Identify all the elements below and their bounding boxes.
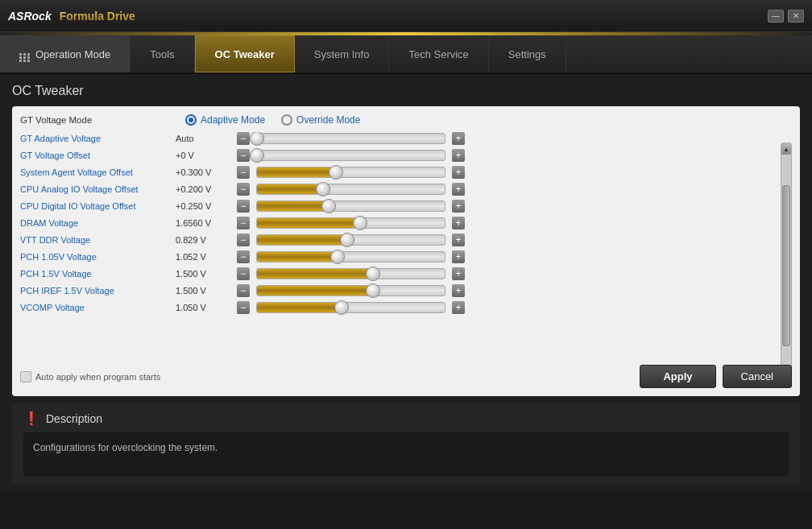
slider-minus-10[interactable]: − <box>237 301 250 314</box>
slider-minus-8[interactable]: − <box>237 267 250 280</box>
slider-label-9: PCH IREF 1.5V Voltage <box>20 286 169 295</box>
nav-operation-mode-label: Operation Mode <box>35 48 110 60</box>
slider-value-2: +0.300 V <box>176 167 230 177</box>
nav-bar: Operation Mode Tools OC Tweaker System I… <box>0 35 812 74</box>
slider-thumb-8[interactable] <box>366 267 380 281</box>
slider-plus-5[interactable]: + <box>452 217 465 229</box>
slider-label-5: DRAM Voltage <box>20 218 169 228</box>
slider-track-5[interactable] <box>256 217 445 229</box>
slider-row: VTT DDR Voltage 0.829 V − + <box>20 234 792 246</box>
adaptive-radio-circle[interactable] <box>185 114 197 126</box>
description-text: Configurations for overclocking the syst… <box>23 432 789 477</box>
slider-track-8[interactable] <box>256 268 445 279</box>
panel-buttons: Apply Cancel <box>640 365 792 388</box>
nav-tools-label: Tools <box>150 48 174 60</box>
sidebar-item-system-info[interactable]: System Info <box>295 35 390 72</box>
title-bar: ASRock Formula Drive — ✕ <box>0 0 812 32</box>
slider-row: GT Voltage Offset +0 V − + <box>20 149 792 162</box>
slider-thumb-4[interactable] <box>321 199 336 213</box>
override-mode-label: Override Mode <box>296 114 360 126</box>
slider-minus-3[interactable]: − <box>237 183 250 196</box>
slider-thumb-1[interactable] <box>250 148 264 163</box>
sidebar-item-oc-tweaker[interactable]: OC Tweaker <box>195 35 295 72</box>
slider-plus-4[interactable]: + <box>452 200 465 213</box>
slider-plus-2[interactable]: + <box>452 166 465 179</box>
slider-minus-4[interactable]: − <box>237 200 250 213</box>
slider-thumb-0[interactable] <box>250 132 264 146</box>
slider-minus-6[interactable]: − <box>237 234 250 246</box>
slider-row: CPU Analog IO Voltage Offset +0.200 V − … <box>20 183 792 196</box>
asrock-logo: ASRock <box>8 10 52 23</box>
slider-plus-8[interactable]: + <box>452 267 465 280</box>
main-content: OC Tweaker GT Voltage Mode Adaptive Mode… <box>0 74 812 494</box>
slider-label-8: PCH 1.5V Voltage <box>20 269 169 279</box>
override-mode-radio[interactable]: Override Mode <box>281 114 360 126</box>
slider-track-0[interactable] <box>256 133 445 144</box>
auto-apply-checkbox[interactable] <box>20 371 31 382</box>
override-radio-circle[interactable] <box>281 114 292 126</box>
slider-plus-3[interactable]: + <box>452 183 465 196</box>
sidebar-item-settings[interactable]: Settings <box>489 35 566 72</box>
slider-thumb-9[interactable] <box>366 283 380 298</box>
close-button[interactable]: ✕ <box>788 10 804 23</box>
cancel-button[interactable]: Cancel <box>723 365 792 388</box>
slider-thumb-5[interactable] <box>353 216 367 230</box>
slider-minus-1[interactable]: − <box>237 149 250 162</box>
slider-minus-2[interactable]: − <box>237 166 250 179</box>
sidebar-item-tools[interactable]: Tools <box>130 35 194 72</box>
slider-row: PCH IREF 1.5V Voltage 1.500 V − + <box>20 284 792 297</box>
slider-track-1[interactable] <box>256 150 445 161</box>
sidebar-item-tech-service[interactable]: Tech Service <box>389 35 488 72</box>
window-controls: — ✕ <box>768 10 804 23</box>
page-title: OC Tweaker <box>12 84 800 98</box>
slider-label-6: VTT DDR Voltage <box>20 235 169 245</box>
slider-value-6: 0.829 V <box>176 235 230 245</box>
minimize-button[interactable]: — <box>768 10 784 23</box>
slider-label-4: CPU Digital IO Voltage Offset <box>20 201 169 211</box>
slider-track-6[interactable] <box>256 234 445 246</box>
title-bar-left: ASRock Formula Drive <box>8 10 135 23</box>
sidebar-item-operation-mode[interactable]: Operation Mode <box>0 35 130 72</box>
slider-plus-6[interactable]: + <box>452 234 465 246</box>
slider-thumb-3[interactable] <box>316 182 330 196</box>
slider-track-7[interactable] <box>256 251 445 262</box>
grid-icon <box>19 46 31 62</box>
nav-settings-label: Settings <box>508 48 546 60</box>
slider-plus-9[interactable]: + <box>452 284 465 297</box>
slider-track-10[interactable] <box>256 302 445 313</box>
slider-plus-1[interactable]: + <box>452 149 465 162</box>
description-icon: ❗ <box>23 411 39 426</box>
slider-value-1: +0 V <box>176 151 230 160</box>
scrollbar[interactable]: ▲ ▼ <box>781 143 792 388</box>
slider-track-4[interactable] <box>256 200 445 212</box>
slider-plus-10[interactable]: + <box>452 301 465 314</box>
slider-minus-7[interactable]: − <box>237 250 250 263</box>
oc-tweaker-panel: GT Voltage Mode Adaptive Mode Override M… <box>12 106 800 396</box>
auto-apply-label: Auto apply when program starts <box>35 372 160 382</box>
slider-track-2[interactable] <box>256 167 445 178</box>
apply-button[interactable]: Apply <box>640 365 715 388</box>
slider-minus-9[interactable]: − <box>237 284 250 297</box>
voltage-mode-row: GT Voltage Mode Adaptive Mode Override M… <box>20 114 792 126</box>
slider-minus-5[interactable]: − <box>237 217 250 229</box>
slider-plus-7[interactable]: + <box>452 250 465 263</box>
slider-row: System Agent Voltage Offset +0.300 V − + <box>20 166 792 179</box>
slider-label-3: CPU Analog IO Voltage Offset <box>20 184 169 194</box>
slider-minus-0[interactable]: − <box>237 132 250 145</box>
scroll-up-arrow[interactable]: ▲ <box>781 143 791 155</box>
slider-thumb-6[interactable] <box>340 233 354 247</box>
slider-thumb-10[interactable] <box>334 300 349 315</box>
slider-value-10: 1.050 V <box>176 303 230 312</box>
slider-thumb-2[interactable] <box>329 165 343 180</box>
slider-row: PCH 1.5V Voltage 1.500 V − + <box>20 267 792 280</box>
slider-label-1: GT Voltage Offset <box>20 151 169 160</box>
slider-thumb-7[interactable] <box>330 250 345 264</box>
slider-track-9[interactable] <box>256 285 445 296</box>
adaptive-mode-radio[interactable]: Adaptive Mode <box>185 114 265 126</box>
slider-plus-0[interactable]: + <box>452 132 465 145</box>
slider-label-10: VCOMP Voltage <box>20 303 169 312</box>
scroll-thumb[interactable] <box>782 185 790 346</box>
slider-value-7: 1.052 V <box>176 252 230 262</box>
slider-value-0: Auto <box>176 134 230 143</box>
slider-track-3[interactable] <box>256 184 445 195</box>
